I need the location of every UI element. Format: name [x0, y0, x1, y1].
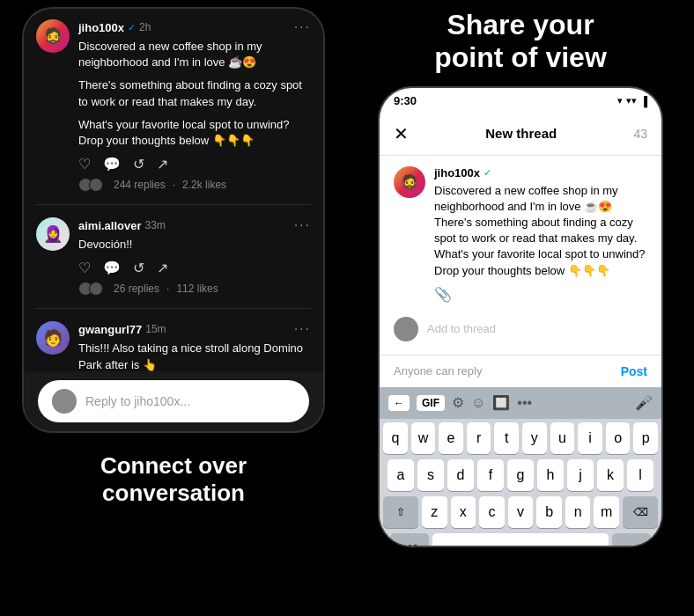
post-header-1: jiho100x ✓ 2h ···: [78, 19, 311, 35]
thread-post-2: 🧕 aimi.allover 33m ··· Devoción!! ♡ 💬 ↺: [36, 217, 311, 309]
add-thread-row[interactable]: Add to thread: [394, 310, 647, 341]
compose-text-3: What's your favorite local spot to unwin…: [434, 246, 647, 278]
repost-icon-2[interactable]: ↺: [133, 260, 144, 276]
avatar-gwang: 🧑: [36, 321, 70, 355]
post-header-3: gwangurl77 15m ···: [78, 321, 311, 337]
post-text-2a: Devoción!!: [78, 237, 311, 253]
kb-more-icon[interactable]: •••: [517, 395, 532, 411]
key-backspace[interactable]: ⌫: [623, 496, 658, 528]
key-u[interactable]: u: [550, 422, 575, 454]
compose-text-1: Discovered a new coffee shop in my neigh…: [434, 183, 647, 215]
key-m[interactable]: m: [594, 496, 619, 528]
key-y[interactable]: y: [522, 422, 547, 454]
post-stats-1: 244 replies · 2.2k likes: [78, 178, 311, 192]
key-h[interactable]: h: [537, 459, 564, 491]
key-i[interactable]: i: [578, 422, 602, 454]
repost-icon-1[interactable]: ↺: [133, 156, 144, 172]
like-icon-2[interactable]: ♡: [78, 260, 91, 276]
key-a[interactable]: a: [388, 459, 414, 491]
key-b[interactable]: b: [536, 496, 562, 528]
key-c[interactable]: c: [479, 496, 505, 528]
post-content-2: aimi.allover 33m ··· Devoción!! ♡ 💬 ↺ ↗: [78, 217, 311, 296]
signal-icon: ▾▾: [626, 95, 637, 106]
key-n[interactable]: n: [565, 496, 591, 528]
key-return[interactable]: return: [612, 533, 651, 546]
like-icon-1[interactable]: ♡: [78, 156, 91, 172]
verified-badge-1: ✓: [128, 22, 136, 33]
privacy-label: Anyone can reply: [394, 364, 482, 378]
mini-avatar-1b: [89, 178, 103, 192]
phone-right: 9:30 ▾ ▾▾ ▐ ✕ New thread 43 🧔: [380, 88, 661, 546]
key-z[interactable]: z: [422, 496, 447, 528]
key-s[interactable]: s: [417, 459, 444, 491]
username-3: gwangurl77: [78, 323, 142, 336]
char-count: 43: [633, 127, 647, 141]
post-text-1c: What's your favorite local spot to unwin…: [78, 117, 311, 149]
modal-body: 🧔 jiho100x ✓ Discovered a new coffee sho…: [380, 156, 661, 355]
status-time: 9:30: [394, 94, 417, 107]
post-actions-1: ♡ 💬 ↺ ↗: [78, 156, 311, 172]
compose-username: jiho100x: [434, 166, 480, 180]
key-f[interactable]: f: [477, 459, 504, 491]
share-icon-1[interactable]: ↗: [157, 156, 168, 172]
status-bar: 9:30 ▾ ▾▾ ▐: [380, 88, 661, 113]
reply-avatar: [52, 389, 77, 414]
replies-count-1: 244 replies: [114, 179, 166, 191]
key-space[interactable]: [432, 533, 609, 546]
comment-icon-2[interactable]: 💬: [103, 260, 121, 276]
post-user-1: jiho100x ✓ 2h: [78, 21, 151, 34]
reply-input[interactable]: Reply to jiho100x...: [38, 380, 309, 422]
kb-gif-btn[interactable]: GIF: [417, 395, 445, 411]
key-123[interactable]: 123: [390, 533, 429, 546]
reply-avatars-2: [78, 282, 103, 296]
avatar-aimi: 🧕: [36, 217, 70, 251]
kb-row-3: ⇧ z x c v b n m ⌫: [383, 496, 658, 528]
status-icons: ▾ ▾▾ ▐: [617, 95, 647, 106]
more-menu-1[interactable]: ···: [294, 19, 311, 35]
key-d[interactable]: d: [447, 459, 474, 491]
compose-user: jiho100x ✓: [434, 166, 647, 180]
post-button[interactable]: Post: [621, 364, 647, 378]
new-thread-modal: ✕ New thread 43 🧔 jiho100x ✓ Discovered …: [380, 113, 661, 546]
likes-count-1: 2.2k likes: [182, 179, 226, 191]
keyboard-toolbar: ← GIF ⚙ ☺ 🔲 ••• 🎤: [380, 387, 661, 419]
key-shift[interactable]: ⇧: [383, 496, 418, 528]
key-r[interactable]: r: [467, 422, 491, 454]
key-o[interactable]: o: [606, 422, 631, 454]
key-k[interactable]: k: [597, 459, 624, 491]
more-menu-2[interactable]: ···: [294, 217, 311, 233]
kb-translate-icon[interactable]: ☺: [471, 395, 485, 411]
post-content-1: jiho100x ✓ 2h ··· Discovered a new coffe…: [78, 19, 311, 192]
share-icon-2[interactable]: ↗: [157, 260, 168, 276]
key-e[interactable]: e: [439, 422, 463, 454]
left-panel: 🧔 jiho100x ✓ 2h ··· Discovered a new cof…: [0, 0, 347, 616]
key-x[interactable]: x: [451, 496, 476, 528]
attachment-icon[interactable]: 📎: [434, 286, 647, 303]
compose-verified-badge: ✓: [484, 167, 491, 179]
username-2: aimi.allover: [78, 219, 142, 232]
key-v[interactable]: v: [508, 496, 534, 528]
key-q[interactable]: q: [383, 422, 408, 454]
key-w[interactable]: w: [411, 422, 436, 454]
kb-back-btn[interactable]: ←: [388, 395, 410, 411]
kb-sticker-icon[interactable]: 🔲: [492, 394, 510, 411]
kb-settings-icon[interactable]: ⚙: [452, 394, 464, 411]
post-user-3: gwangurl77 15m: [78, 323, 166, 336]
key-l[interactable]: l: [627, 459, 653, 491]
comment-icon-1[interactable]: 💬: [103, 156, 121, 172]
more-menu-3[interactable]: ···: [294, 321, 311, 337]
modal-footer: Anyone can reply Post: [380, 355, 661, 387]
kb-mic-icon[interactable]: 🎤: [635, 394, 653, 411]
key-g[interactable]: g: [507, 459, 534, 491]
post-text-1a: Discovered a new coffee shop in my neigh…: [78, 39, 311, 70]
key-t[interactable]: t: [494, 422, 519, 454]
post-user-2: aimi.allover 33m: [78, 219, 166, 232]
reply-avatars-1: [78, 178, 103, 192]
key-j[interactable]: j: [567, 459, 594, 491]
thread-feed: 🧔 jiho100x ✓ 2h ··· Discovered a new cof…: [24, 9, 323, 431]
wifi-icon: ▾: [617, 95, 623, 106]
key-p[interactable]: p: [633, 422, 658, 454]
close-button[interactable]: ✕: [394, 123, 409, 144]
keyboard-rows: q w e r t y u i o p a s d: [380, 419, 661, 546]
battery-icon: ▐: [640, 96, 647, 106]
